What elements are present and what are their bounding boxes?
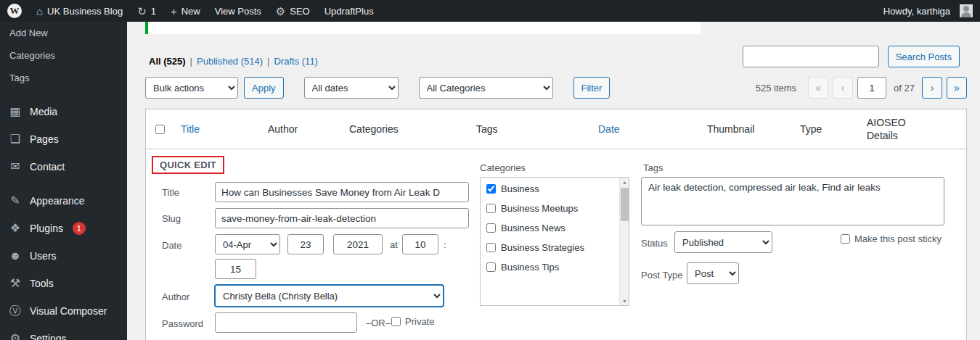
sidebar-item-media[interactable]: ▦ Media (0, 98, 127, 125)
scrollbar-thumb[interactable] (621, 188, 629, 221)
year-input[interactable] (333, 234, 383, 254)
wp-logo-menu[interactable]: W (0, 0, 29, 22)
category-item[interactable]: Business Meetups (486, 203, 616, 214)
search-input[interactable] (743, 46, 879, 67)
title-input[interactable] (215, 182, 469, 202)
sticky-checkbox[interactable] (841, 234, 850, 244)
last-page-button[interactable]: » (947, 77, 967, 99)
category-item[interactable]: Business Tips (486, 262, 616, 273)
view-posts-label: View Posts (215, 6, 261, 17)
sidebar-item-tools[interactable]: ⚒ Tools (0, 270, 127, 297)
scroll-up-icon[interactable]: ▲ (620, 178, 629, 186)
category-checkbox[interactable] (486, 223, 496, 233)
private-checkbox-row[interactable]: Private (391, 316, 434, 327)
sidebar-item-appearance[interactable]: ✎ Appearance (0, 187, 127, 215)
sidebar-item-plugins[interactable]: ❖ Plugins 1 (0, 215, 127, 242)
howdy-account-menu[interactable]: Howdy, karthiga (876, 0, 980, 22)
view-posts-menu[interactable]: View Posts (208, 0, 269, 22)
bulk-actions-select[interactable]: Bulk actions (145, 77, 238, 99)
category-checkbox[interactable] (486, 184, 496, 194)
scroll-down-icon[interactable]: ▼ (620, 297, 629, 305)
sidebar-item-pages[interactable]: ❏ Pages (0, 125, 127, 153)
view-published[interactable]: Published (514) (197, 56, 263, 67)
column-header-date[interactable]: Date (591, 123, 700, 135)
password-field-label: Password (162, 318, 203, 329)
column-header-categories: Categories (342, 123, 469, 135)
sidebar-item-users[interactable]: ☻ Users (0, 242, 127, 270)
date-field-label: Date (162, 240, 181, 251)
filter-button[interactable]: Filter (573, 77, 611, 99)
wordpress-logo-icon: W (7, 4, 22, 18)
pages-icon: ❏ (7, 133, 23, 145)
sidebar-item-label: Plugins (30, 223, 63, 234)
categories-filter-select[interactable]: All Categories (419, 77, 553, 99)
slug-input[interactable] (215, 208, 469, 228)
day-input[interactable] (287, 234, 324, 254)
category-checkbox[interactable] (486, 204, 496, 213)
apply-button[interactable]: Apply (244, 77, 284, 99)
admin-sidebar: Add New Categories Tags ▦ Media ❏ Pages … (0, 22, 127, 340)
column-header-author: Author (261, 123, 342, 135)
next-page-button[interactable]: › (922, 77, 942, 99)
sidebar-item-contact[interactable]: ✉ Contact (0, 153, 127, 181)
search-posts-button[interactable]: Search Posts (888, 46, 960, 67)
category-item[interactable]: Business (486, 183, 616, 194)
site-name: UK Business Blog (47, 6, 123, 17)
settings-icon: ⚙ (7, 333, 23, 340)
new-content-menu[interactable]: + New (163, 0, 208, 22)
category-label: Business Tips (501, 262, 559, 273)
title-field-label: Title (162, 187, 179, 198)
sidebar-item-add-new[interactable]: Add New (0, 22, 127, 44)
post-type-select[interactable]: Post (687, 262, 739, 284)
table-header-row: Title Author Categories Tags Date Thumbn… (146, 109, 966, 149)
sidebar-item-label: Contact (30, 161, 65, 173)
tags-textarea[interactable]: Air leak detection, compressed air leak,… (641, 177, 944, 225)
column-header-title[interactable]: Title (173, 123, 261, 135)
category-item[interactable]: Business News (486, 223, 616, 233)
updates-menu[interactable]: ↻ 1 (130, 0, 163, 22)
private-checkbox[interactable] (391, 317, 401, 326)
sidebar-item-label: Pages (30, 133, 59, 145)
dates-filter-select[interactable]: All dates (304, 77, 399, 99)
prev-page-button[interactable]: ‹ (833, 77, 853, 99)
view-drafts[interactable]: Drafts (11) (274, 56, 317, 67)
updates-icon: ↻ (137, 6, 147, 17)
sidebar-item-label: Users (30, 250, 57, 262)
status-select[interactable]: Published (674, 231, 772, 253)
media-icon: ▦ (7, 106, 23, 117)
sidebar-item-settings[interactable]: ⚙ Settings (0, 325, 127, 340)
sidebar-item-label: Tags (9, 72, 29, 83)
status-field-label: Status (641, 238, 668, 249)
sidebar-item-categories[interactable]: Categories (0, 44, 127, 67)
appearance-icon: ✎ (7, 195, 23, 207)
seo-menu[interactable]: ⚙ SEO (269, 0, 317, 22)
post-type-field-label: Post Type (641, 270, 683, 281)
contact-icon: ✉ (7, 161, 23, 173)
select-all-checkbox[interactable] (155, 125, 165, 134)
category-checkbox[interactable] (486, 243, 496, 252)
category-checkbox[interactable] (486, 262, 496, 272)
sidebar-item-label: Appearance (30, 195, 85, 207)
site-name-menu[interactable]: ⌂ UK Business Blog (29, 0, 130, 22)
author-select[interactable]: Christy Bella (Christy Bella) (215, 285, 444, 307)
sidebar-item-visual-composer[interactable]: ⓥ Visual Composer (0, 297, 127, 325)
updraftplus-menu[interactable]: UpdraftPlus (317, 0, 381, 22)
first-page-button[interactable]: « (808, 77, 828, 99)
month-select[interactable]: 04-Apr (215, 234, 280, 254)
column-header-tags: Tags (469, 123, 591, 135)
updraftplus-label: UpdraftPlus (324, 6, 374, 17)
post-views-filter: All (525) | Published (514) | Drafts (11… (149, 56, 318, 67)
tags-section-label: Tags (643, 162, 663, 173)
sidebar-item-tags[interactable]: Tags (0, 67, 127, 89)
hour-input[interactable] (402, 234, 438, 254)
avatar (960, 4, 973, 17)
sticky-label: Make this post sticky (854, 233, 942, 244)
view-all[interactable]: All (525) (149, 56, 186, 67)
new-label: New (181, 6, 200, 17)
view-separator: | (190, 56, 192, 67)
current-page-input[interactable] (857, 77, 886, 99)
password-input[interactable] (215, 312, 357, 333)
sticky-checkbox-row[interactable]: Make this post sticky (841, 233, 942, 244)
minute-input[interactable] (215, 259, 256, 279)
category-item[interactable]: Business Strategies (486, 242, 616, 253)
